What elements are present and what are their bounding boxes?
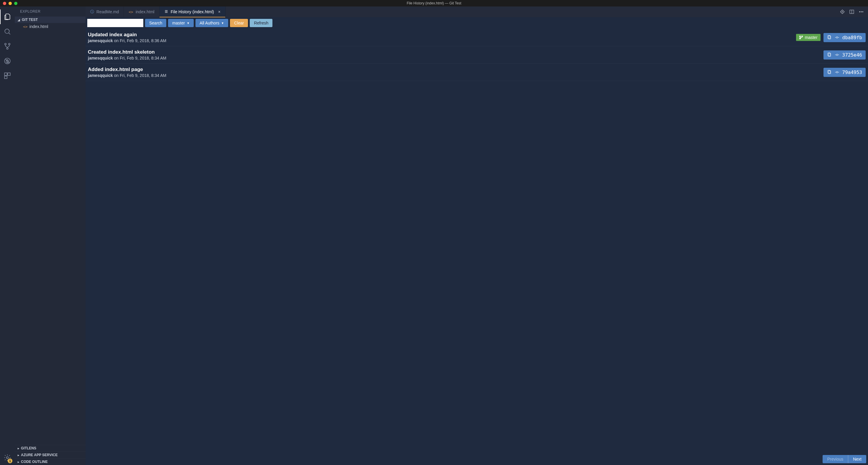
branch-name: master: [805, 35, 817, 40]
titlebar: File History (index.html) — Git Test: [0, 0, 868, 6]
commit-author: jamesqquick: [88, 56, 113, 60]
svg-point-22: [800, 36, 801, 37]
sidebar-section-label: GITLENS: [21, 446, 36, 450]
svg-point-0: [5, 29, 9, 33]
git-branch-icon: [3, 42, 11, 50]
tab-file-history[interactable]: File History (index.html) ×: [159, 6, 225, 17]
editor-area: ⓘ ReadMe.md <> index.html File History (…: [86, 6, 868, 465]
activity-extensions[interactable]: [0, 68, 15, 83]
commit-row[interactable]: Updated index again jamesqquick on Fri, …: [86, 29, 868, 46]
tab-readme[interactable]: ⓘ ReadMe.md: [86, 6, 124, 17]
sidebar-section-outline[interactable]: ▸ CODE OUTLINE: [15, 458, 86, 465]
filter-row: Search master ▼ All Authors ▼ Clear Refr: [86, 17, 868, 29]
author-filter-button[interactable]: All Authors ▼: [195, 19, 228, 27]
search-icon: [3, 28, 11, 35]
more-icon[interactable]: [859, 9, 864, 14]
filter-search-input[interactable]: [87, 19, 143, 27]
svg-rect-9: [4, 73, 7, 75]
commit-row[interactable]: Created index.html skeleton jamesqquick …: [86, 46, 868, 64]
settings-badge: 1: [8, 459, 12, 463]
html-file-icon: <>: [129, 10, 133, 14]
commit-hash-button[interactable]: 3725e46: [824, 51, 866, 60]
commit-hash-button[interactable]: 79a4953: [824, 68, 866, 77]
split-editor-icon[interactable]: [849, 9, 855, 14]
activity-settings[interactable]: 1: [0, 450, 15, 465]
svg-rect-11: [4, 76, 7, 79]
chevron-down-icon: ◢: [18, 18, 20, 22]
sidebar-section-gitlens[interactable]: ▸ GITLENS: [15, 445, 86, 452]
branch-icon: [799, 35, 803, 39]
commits-list: Updated index again jamesqquick on Fri, …: [86, 29, 868, 453]
svg-point-4: [6, 48, 8, 49]
commit-date: on Fri, Feb 9, 2018, 8:34 AM: [114, 56, 166, 60]
search-button[interactable]: Search: [145, 19, 166, 27]
commit-hash: dba89fb: [842, 35, 862, 40]
svg-point-16: [842, 11, 843, 12]
branch-badge[interactable]: master: [796, 34, 820, 41]
svg-rect-10: [8, 73, 10, 75]
branch-filter-button[interactable]: master ▼: [168, 19, 194, 27]
chevron-right-icon: ▸: [18, 454, 19, 457]
file-tree-item[interactable]: <> index.html: [15, 23, 86, 30]
clipboard-icon: [827, 53, 832, 57]
tabs-row: ⓘ ReadMe.md <> index.html File History (…: [86, 6, 868, 17]
svg-point-32: [836, 54, 838, 56]
button-label: Previous: [827, 457, 843, 461]
extensions-icon: [3, 72, 11, 79]
commit-dot-icon: [835, 53, 839, 57]
activity-debug[interactable]: [0, 54, 15, 68]
button-label: Refresh: [254, 21, 268, 25]
sidebar-project-header[interactable]: ◢ GIT TEST: [15, 16, 86, 23]
commit-date: on Fri, Feb 9, 2018, 8:36 AM: [114, 38, 166, 43]
bug-icon: [3, 57, 11, 65]
caret-down-icon: ▼: [221, 22, 224, 25]
activity-source-control[interactable]: [0, 39, 15, 54]
commit-meta: jamesqquick on Fri, Feb 9, 2018, 8:36 AM: [88, 38, 793, 43]
button-label: master: [172, 21, 185, 25]
commit-dot-icon: [835, 35, 839, 40]
commit-row[interactable]: Added index.html page jamesqquick on Fri…: [86, 64, 868, 81]
window-zoom-icon[interactable]: [14, 2, 18, 5]
svg-point-2: [5, 43, 6, 45]
clipboard-icon: [827, 70, 832, 74]
sidebar-section-label: CODE OUTLINE: [21, 460, 48, 464]
activity-bar: 1: [0, 6, 15, 465]
clipboard-icon: [827, 35, 832, 40]
commit-title: Added index.html page: [88, 67, 820, 72]
tab-label: ReadMe.md: [96, 9, 119, 14]
sidebar-section-label: AZURE APP SERVICE: [21, 453, 58, 457]
commit-hash-button[interactable]: dba89fb: [824, 33, 866, 42]
window-title: File History (index.html) — Git Test: [0, 1, 868, 5]
html-file-icon: <>: [23, 25, 28, 29]
svg-point-3: [8, 43, 10, 45]
clear-button[interactable]: Clear: [230, 19, 248, 27]
activity-search[interactable]: [0, 24, 15, 39]
sidebar-section-azure[interactable]: ▸ AZURE APP SERVICE: [15, 452, 86, 458]
svg-point-21: [862, 11, 863, 12]
activity-explorer[interactable]: [0, 9, 15, 24]
sidebar-title: EXPLORER: [15, 6, 86, 16]
files-icon: [3, 13, 11, 21]
pager: Previous Next: [823, 455, 866, 463]
file-history-panel: Search master ▼ All Authors ▼ Clear Refr: [86, 17, 868, 465]
commit-author: jamesqquick: [88, 38, 113, 43]
pager-prev-button[interactable]: Previous: [823, 455, 848, 463]
window-minimize-icon[interactable]: [8, 2, 12, 5]
refresh-button[interactable]: Refresh: [250, 19, 272, 27]
commit-date: on Fri, Feb 9, 2018, 8:34 AM: [114, 73, 166, 78]
pager-next-button[interactable]: Next: [848, 455, 866, 463]
gitlens-icon[interactable]: [840, 9, 845, 14]
tab-index-html[interactable]: <> index.html: [124, 6, 159, 17]
button-label: Clear: [234, 21, 244, 25]
window-close-icon[interactable]: [3, 2, 6, 5]
commit-meta: jamesqquick on Fri, Feb 9, 2018, 8:34 AM: [88, 56, 820, 60]
sidebar: EXPLORER ◢ GIT TEST <> index.html ▸ GITL…: [15, 6, 86, 465]
button-label: Search: [149, 21, 162, 25]
button-label: All Authors: [199, 21, 219, 25]
commit-title: Updated index again: [88, 32, 793, 38]
commit-title: Created index.html skeleton: [88, 49, 820, 55]
svg-point-12: [6, 457, 8, 459]
tab-label: index.html: [135, 9, 154, 14]
commit-dot-icon: [835, 70, 839, 74]
close-icon[interactable]: ×: [218, 9, 220, 14]
